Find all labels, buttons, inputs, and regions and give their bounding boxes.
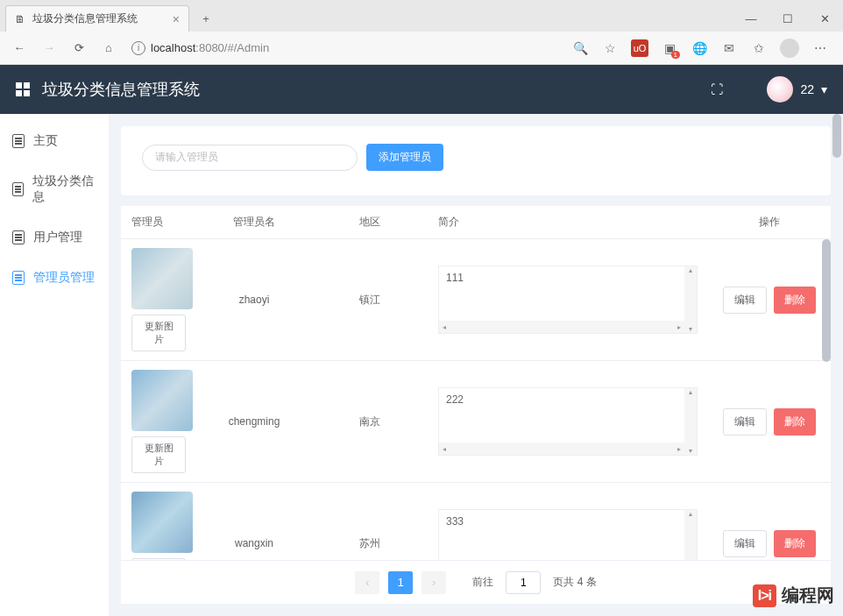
browser-titlebar: 🗎 垃圾分类信息管理系统 × + — ☐ ✕	[0, 0, 843, 32]
th-ops: 操作	[708, 206, 831, 238]
sidebar-label: 用户管理	[33, 230, 82, 245]
search-icon[interactable]: 🔍	[571, 39, 589, 57]
scroll-right-icon[interactable]: ▸	[677, 445, 681, 453]
scroll-down-icon[interactable]: ▾	[689, 447, 692, 455]
desc-value: 333	[446, 515, 464, 527]
scroll-down-icon[interactable]: ▾	[689, 325, 692, 333]
close-tab-icon[interactable]: ×	[173, 12, 180, 26]
table-scrollbar[interactable]	[822, 239, 831, 560]
cell-ops: 编辑 删除	[708, 361, 831, 482]
favorites-hub-icon[interactable]: ✩	[750, 39, 768, 57]
cell-avatar: 更新图片	[121, 239, 196, 360]
main-scrollbar[interactable]	[832, 114, 841, 616]
delete-button[interactable]: 删除	[774, 408, 816, 435]
app-header: 垃圾分类信息管理系统 ⛶ 22 ▾	[0, 65, 843, 114]
fullscreen-icon[interactable]: ⛶	[711, 82, 723, 96]
profile-avatar-icon[interactable]	[780, 39, 799, 58]
chevron-down-icon: ▾	[821, 82, 827, 96]
sidebar-item-admin-manage[interactable]: 管理员管理	[0, 258, 109, 298]
th-avatar: 管理员	[121, 206, 196, 238]
cell-name: zhaoyi	[196, 239, 312, 360]
browser-tab[interactable]: 🗎 垃圾分类信息管理系统 ×	[5, 5, 189, 32]
ublock-icon[interactable]: uO	[631, 39, 648, 57]
document-icon	[12, 134, 25, 148]
cell-desc: 111 ▴▾ ◂▸	[428, 239, 708, 360]
table-row: 更新图片 zhaoyi 镇江 111 ▴▾ ◂▸	[121, 239, 831, 361]
desc-textarea[interactable]: 333 ▴▾ ◂▸	[438, 509, 698, 560]
extension-icon-1[interactable]: 🌐	[691, 39, 708, 57]
minimize-icon[interactable]: —	[733, 5, 769, 32]
cell-ops: 编辑 删除	[708, 239, 831, 360]
document-icon	[12, 230, 25, 244]
user-name: 22	[800, 82, 814, 96]
app-title: 垃圾分类信息管理系统	[42, 79, 200, 100]
sidebar-item-user-manage[interactable]: 用户管理	[0, 217, 109, 258]
cell-ops: 编辑 删除	[708, 483, 831, 560]
close-window-icon[interactable]: ✕	[806, 5, 843, 32]
next-page-button[interactable]: ›	[422, 571, 446, 594]
update-image-button[interactable]: 更新图片	[131, 436, 186, 473]
delete-button[interactable]: 删除	[774, 530, 816, 557]
more-icon[interactable]: ⋯	[811, 39, 829, 57]
watermark-text: 编程网	[782, 584, 834, 607]
url-path: :8080/#/Admin	[195, 41, 269, 54]
scroll-left-icon[interactable]: ◂	[443, 445, 446, 453]
new-tab-button[interactable]: +	[195, 7, 217, 30]
maximize-icon[interactable]: ☐	[769, 5, 806, 32]
cell-name: wangxin	[196, 483, 312, 560]
desc-value: 111	[446, 272, 464, 284]
sidebar-label: 主页	[33, 133, 58, 149]
sidebar-item-garbage-info[interactable]: 垃圾分类信息	[0, 161, 109, 217]
extension-notif-icon[interactable]: ▣1	[661, 39, 678, 57]
window-controls: — ☐ ✕	[733, 5, 843, 32]
sidebar-label: 垃圾分类信息	[32, 173, 97, 205]
app-body: 主页 垃圾分类信息 用户管理 管理员管理	[0, 114, 843, 616]
user-menu[interactable]: 22 ▾	[767, 76, 827, 103]
tab-title: 垃圾分类信息管理系统	[32, 11, 138, 26]
desc-textarea[interactable]: 222 ▴▾ ◂▸	[438, 387, 698, 456]
admin-avatar-image	[131, 370, 193, 431]
desc-textarea[interactable]: 111 ▴▾ ◂▸	[438, 266, 698, 334]
delete-button[interactable]: 删除	[774, 287, 816, 314]
search-input[interactable]: 请输入管理员	[142, 145, 358, 171]
cell-desc: 222 ▴▾ ◂▸	[428, 361, 708, 482]
desc-value: 222	[446, 393, 464, 406]
sidebar-item-home[interactable]: 主页	[0, 121, 109, 161]
browser-address-bar: ← → ⟳ ⌂ i localhost:8080/#/Admin 🔍 ☆ uO …	[0, 32, 843, 65]
add-admin-button[interactable]: 添加管理员	[366, 144, 443, 171]
prev-page-button[interactable]: ‹	[355, 571, 379, 594]
site-info-icon[interactable]: i	[131, 41, 145, 55]
scroll-up-icon[interactable]: ▴	[689, 266, 692, 274]
admin-avatar-image	[131, 248, 193, 309]
edit-button[interactable]: 编辑	[723, 408, 767, 435]
cell-desc: 333 ▴▾ ◂▸	[428, 483, 708, 560]
browser-window: 🗎 垃圾分类信息管理系统 × + — ☐ ✕ ← → ⟳ ⌂ i localho…	[0, 0, 843, 616]
goto-page-input[interactable]	[506, 571, 541, 594]
scroll-up-icon[interactable]: ▴	[689, 388, 692, 396]
page-icon: 🗎	[15, 13, 25, 25]
url-input[interactable]: i localhost:8080/#/Admin	[128, 41, 563, 55]
scroll-left-icon[interactable]: ◂	[443, 323, 446, 331]
main-content: 请输入管理员 添加管理员 管理员 管理员名 地区 简介 操作	[109, 114, 843, 616]
back-icon[interactable]: ←	[9, 38, 30, 59]
favorite-icon[interactable]: ☆	[601, 39, 619, 57]
extension-icon-2[interactable]: ✉	[720, 39, 738, 57]
document-icon	[12, 271, 25, 285]
scroll-up-icon[interactable]: ▴	[689, 510, 692, 518]
refresh-icon[interactable]: ⟳	[68, 38, 89, 59]
home-icon[interactable]: ⌂	[98, 38, 119, 59]
search-toolbar: 请输入管理员 添加管理员	[121, 126, 831, 195]
table-header: 管理员 管理员名 地区 简介 操作	[121, 206, 831, 239]
edit-button[interactable]: 编辑	[723, 287, 767, 314]
cell-avatar: 更新图片	[121, 361, 196, 482]
menu-grid-icon[interactable]	[16, 82, 30, 96]
total-label: 页共 4 条	[553, 575, 596, 590]
page-number-button[interactable]: 1	[388, 571, 413, 594]
update-image-button[interactable]: 更新图片	[131, 315, 186, 351]
forward-icon[interactable]: →	[39, 38, 60, 59]
update-image-button[interactable]: 更新图片	[131, 558, 186, 560]
scroll-right-icon[interactable]: ▸	[677, 323, 681, 331]
watermark: I>i 编程网	[753, 584, 834, 607]
search-placeholder: 请输入管理员	[155, 150, 218, 165]
edit-button[interactable]: 编辑	[723, 530, 767, 557]
